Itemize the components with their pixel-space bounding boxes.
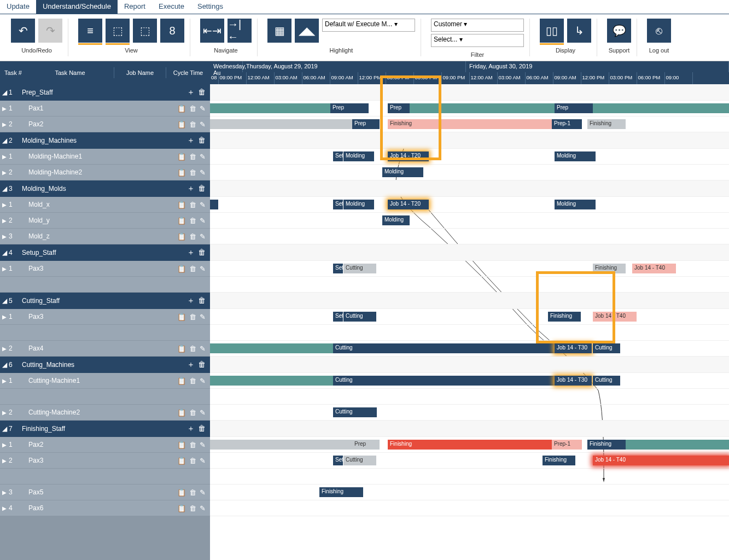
row-Pax6[interactable]: ▶4Pax6📋🗑✎ [0,500,210,516]
edit-icon[interactable]: ✎ [200,409,206,417]
group-Prep_Staff[interactable]: ◢1Prep_Staff＋🗑 [0,84,210,101]
task-bar[interactable]: Finishing [388,119,552,129]
delete-icon[interactable]: 🗑 [189,265,196,273]
copy-icon[interactable]: 📋 [177,488,186,497]
collapse-icon[interactable]: ◢ [0,89,9,96]
task-bar[interactable]: Cutting [343,312,376,322]
edit-icon[interactable]: ✎ [200,201,206,209]
task-bar[interactable]: Job 14 - T20 [388,200,429,209]
gantt-row[interactable] [210,293,729,309]
row-Cutting-Machine2[interactable]: ▶2Cutting-Machine2📋🗑✎ [0,405,210,421]
copy-icon[interactable]: 📋 [177,201,186,209]
expand-icon[interactable]: ▶ [0,442,9,448]
delete-icon[interactable]: 🗑 [189,345,196,353]
copy-icon[interactable]: 📋 [177,232,186,241]
delete-icon[interactable]: 🗑 [189,441,196,449]
collapse-icon[interactable]: ◢ [0,249,9,256]
filter-value-select[interactable]: Select... ▾ [431,34,524,47]
delete-icon[interactable]: 🗑 [189,232,196,241]
task-bar[interactable]: Molding [382,215,410,225]
expand-icon[interactable]: ▶ [0,154,9,160]
edit-icon[interactable]: ✎ [200,313,206,321]
view3-button[interactable]: ⬚ [133,19,157,43]
task-bar[interactable]: Job 14 - T20 [388,151,429,161]
gantt-row[interactable] [210,180,729,197]
add-icon[interactable]: ＋ [187,424,195,434]
task-bar[interactable] [210,119,352,129]
group-Cutting_Machines[interactable]: ◢6Cutting_Machines＋🗑 [0,357,210,373]
task-bar[interactable] [210,103,330,113]
display2-button[interactable]: ↳ [567,19,591,43]
expand-icon[interactable]: ▶ [0,106,9,112]
task-bar[interactable] [210,440,352,450]
task-bar[interactable]: Finishing [587,119,626,129]
task-bar[interactable]: Prep [352,119,380,129]
edit-icon[interactable]: ✎ [200,457,206,465]
task-bar[interactable]: Set [333,456,343,465]
nav-settings[interactable]: Settings [191,0,230,14]
row-Pax3[interactable]: ▶1Pax3📋🗑✎ [0,309,210,325]
view2-button[interactable]: ⬚ [106,19,130,43]
row-Mold_z[interactable]: ▶3Mold_z📋🗑✎ [0,229,210,244]
gantt-row[interactable]: SetCuttingFinishingJob 14 - T40 [210,261,729,277]
task-bar[interactable] [410,103,555,113]
gantt-row[interactable] [210,500,729,516]
highlight-mode-select[interactable]: Default w/ Execute M... ▾ [322,19,415,32]
expand-icon[interactable]: ▶ [0,458,9,464]
gantt-row[interactable] [210,229,729,244]
task-bar[interactable]: Set [333,151,343,161]
row-Pax5[interactable]: ▶3Pax5📋🗑✎ [0,485,210,500]
delete-icon[interactable]: 🗑 [198,296,206,306]
group-Molding_Molds[interactable]: ◢3Molding_Molds＋🗑 [0,180,210,197]
nav-understand-schedule[interactable]: Understand/Schedule [36,0,118,14]
task-bar[interactable]: Molding [343,151,374,161]
gantt-row[interactable] [210,277,729,293]
add-icon[interactable]: ＋ [187,296,195,306]
edit-icon[interactable]: ✎ [200,377,206,385]
task-bar[interactable]: Molding [343,200,374,209]
delete-icon[interactable]: 🗑 [189,217,196,225]
task-bar[interactable]: Cutting [343,264,376,273]
task-bar[interactable]: Prep [330,103,369,113]
task-bar[interactable]: Molding [555,200,596,209]
fit-button[interactable]: ⇤⇥ [200,19,224,43]
row-Pax3[interactable]: ▶2Pax3📋🗑✎ [0,453,210,469]
copy-icon[interactable]: 📋 [177,409,186,417]
edit-icon[interactable]: ✎ [200,441,206,449]
expand-icon[interactable]: ▶ [0,121,9,127]
gantt-row[interactable]: SetMoldingJob 14 - T20Molding [210,197,729,213]
task-bar[interactable]: Cutting [593,376,620,386]
gantt-row[interactable] [210,244,729,261]
edit-icon[interactable]: ✎ [200,104,206,113]
task-bar[interactable]: Finishing [587,440,626,450]
expand-icon[interactable]: ▶ [0,489,9,495]
task-bar[interactable]: Finishing [388,440,552,450]
gantt-row[interactable]: PrepFinishingPrep-1Finishing [210,437,729,453]
delete-icon[interactable]: 🗑 [198,184,206,194]
add-icon[interactable]: ＋ [187,136,195,145]
edit-icon[interactable]: ✎ [200,168,206,177]
row-Molding-Machine1[interactable]: ▶1Molding-Machine1📋🗑✎ [0,149,210,165]
expand-icon[interactable]: ▶ [0,410,9,416]
copy-icon[interactable]: 📋 [177,377,186,385]
gantt-row[interactable]: Molding [210,165,729,180]
collapse-icon[interactable]: ◢ [0,297,9,305]
collapse-icon[interactable]: ◢ [0,137,9,144]
delete-icon[interactable]: 🗑 [189,488,196,497]
edit-icon[interactable]: ✎ [200,504,206,512]
copy-icon[interactable]: 📋 [177,313,186,321]
task-bar[interactable] [626,440,729,450]
delete-icon[interactable]: 🗑 [189,377,196,385]
gantt-row[interactable] [210,325,729,341]
gantt-row[interactable]: SetCuttingFinishingJob 14 - T40 [210,453,729,469]
edit-icon[interactable]: ✎ [200,265,206,273]
row-Mold_x[interactable]: ▶1Mold_x📋🗑✎ [0,197,210,213]
expand-icon[interactable]: ▶ [0,505,9,511]
expand-icon[interactable]: ▶ [0,266,9,272]
task-bar[interactable]: Cutting [333,407,377,417]
task-bar[interactable] [210,343,333,353]
task-bar[interactable]: Set [333,312,343,322]
add-icon[interactable]: ＋ [187,360,195,370]
gantt-row[interactable] [210,469,729,485]
task-bar[interactable]: Prep [555,103,593,113]
